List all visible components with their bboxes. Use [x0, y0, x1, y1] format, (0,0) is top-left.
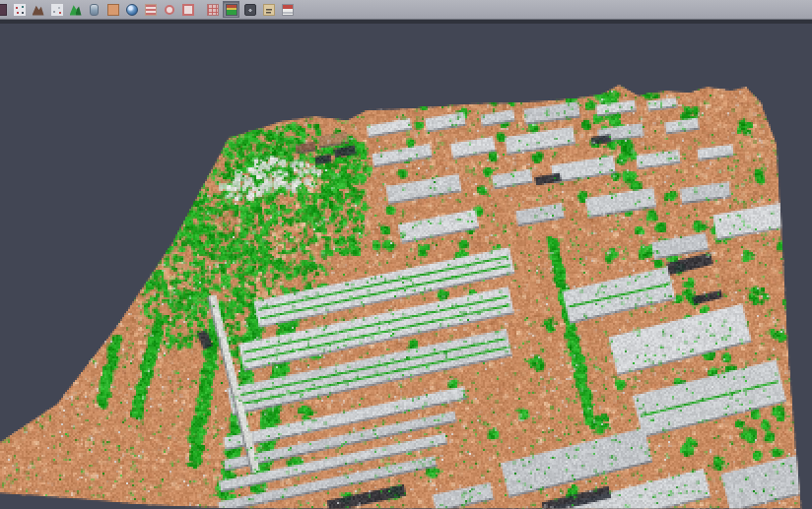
camera-snapshot-icon — [244, 4, 256, 16]
terrain-model-button[interactable] — [30, 1, 46, 18]
profile-lines-button[interactable] — [142, 1, 159, 18]
annotation-note-icon — [263, 4, 275, 16]
point-cluster-tool-button[interactable] — [11, 1, 28, 18]
globe-view-icon — [126, 4, 138, 16]
dem-terrain-icon — [70, 4, 82, 16]
terrain-model-icon — [33, 4, 44, 16]
raster-grid-icon — [207, 4, 219, 16]
profile-lines-icon — [145, 4, 157, 16]
layer-flag-icon — [282, 4, 294, 16]
sparse-points-icon — [51, 4, 63, 16]
point-cloud-scene[interactable] — [0, 20, 812, 509]
rectangle-select-button[interactable] — [179, 1, 196, 18]
camera-snapshot-button[interactable] — [241, 1, 258, 18]
elevation-column-icon — [90, 4, 99, 16]
layer-flag-button[interactable] — [279, 1, 296, 18]
dsm-tile-icon — [107, 4, 119, 16]
raster-grid-button[interactable] — [204, 1, 221, 18]
3d-viewport[interactable] — [0, 20, 812, 509]
classification-view-button[interactable] — [223, 1, 239, 18]
classification-view-icon — [226, 4, 237, 16]
globe-view-button[interactable] — [123, 1, 140, 18]
rectangle-select-icon — [182, 4, 194, 16]
dem-terrain-button[interactable] — [67, 1, 84, 18]
circle-select-button[interactable] — [161, 1, 177, 18]
annotation-note-button[interactable] — [260, 1, 277, 18]
toolbar — [0, 0, 812, 20]
dsm-tile-button[interactable] — [104, 1, 121, 18]
sparse-points-button[interactable] — [48, 1, 65, 18]
clipped-left-tool-icon — [0, 4, 7, 16]
point-cluster-tool-icon — [14, 4, 26, 16]
circle-select-icon — [165, 5, 174, 15]
elevation-column-button[interactable] — [86, 1, 102, 18]
application-window: { "app": { "kind": "3d-point-cloud-viewe… — [0, 0, 812, 509]
clipped-left-tool-button[interactable] — [0, 1, 9, 18]
